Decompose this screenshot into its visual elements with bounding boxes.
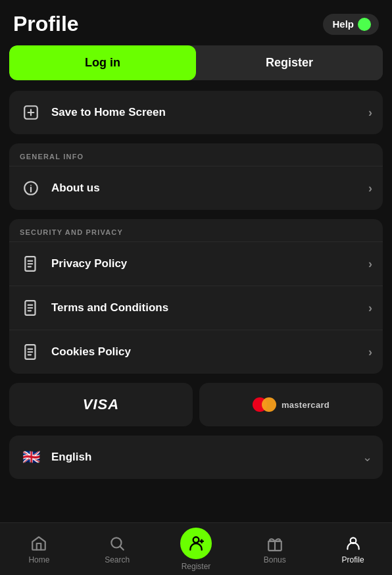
nav-label-profile: Profile [342,555,364,564]
nav-label-search: Search [105,555,130,564]
security-privacy-label: SECURITY AND PRIVACY [9,219,383,241]
page-title: Profile [13,12,79,36]
register-icon [180,528,212,559]
register-button[interactable]: Register [196,45,383,80]
nav-item-register[interactable]: Register [172,522,220,576]
nav-item-profile[interactable]: Profile [330,529,376,570]
auth-row: Log in Register [9,45,383,80]
language-label: English [51,451,91,464]
payment-row: VISA mastercard [9,383,383,426]
privacy-policy-label: Privacy Policy [51,257,127,270]
chevron-right-icon: › [368,182,372,195]
help-status-dot [358,18,371,31]
help-button[interactable]: Help [323,14,379,35]
uk-flag-icon: 🇬🇧 [20,446,42,468]
visa-label: VISA [83,396,119,413]
security-privacy-section: SECURITY AND PRIVACY Privacy Policy › [9,219,383,374]
cookies-policy-label: Cookies Policy [51,345,131,359]
document-icon [20,341,42,363]
about-us-item[interactable]: About us › [9,166,383,210]
terms-conditions-label: Terms and Conditions [51,301,168,314]
nav-item-search[interactable]: Search [94,529,140,570]
general-info-label: GENERAL INFO [9,143,383,166]
login-button[interactable]: Log in [9,45,196,80]
add-square-icon [20,101,42,124]
mastercard-logo [253,397,276,412]
nav-label-register: Register [182,562,211,571]
profile-icon [344,534,362,553]
home-icon [30,534,48,553]
bottom-nav: Home Search Register [0,522,392,575]
privacy-policy-item[interactable]: Privacy Policy › [9,241,383,286]
chevron-right-icon: › [368,301,372,315]
chevron-down-icon: ⌄ [362,450,372,464]
save-to-home-label: Save to Home Screen [51,106,166,119]
page-container: Profile Help Log in Register Save to Hom… [0,0,392,575]
svg-line-19 [120,546,124,549]
visa-card: VISA [9,383,193,426]
bonus-icon [266,534,284,553]
save-to-home-item[interactable]: Save to Home Screen › [9,91,383,134]
chevron-right-icon: › [368,257,372,271]
language-selector[interactable]: 🇬🇧 English ⌄ [9,436,383,479]
terms-conditions-item[interactable]: Terms and Conditions › [9,286,383,330]
help-label: Help [332,18,354,30]
header: Profile Help [0,0,392,45]
nav-label-home: Home [28,555,49,564]
search-icon [108,534,126,553]
svg-point-20 [193,537,199,543]
info-icon [20,177,42,199]
document-icon [20,297,42,319]
mastercard-card: mastercard [199,383,383,426]
save-to-home-section: Save to Home Screen › [9,91,383,134]
mastercard-label: mastercard [282,400,330,410]
nav-item-home[interactable]: Home [16,529,62,570]
chevron-right-icon: › [368,345,372,359]
about-us-label: About us [51,182,100,195]
general-info-section: GENERAL INFO About us › [9,143,383,210]
cookies-policy-item[interactable]: Cookies Policy › [9,330,383,374]
nav-item-bonus[interactable]: Bonus [252,529,298,570]
chevron-right-icon: › [368,106,372,120]
nav-label-bonus: Bonus [264,555,286,564]
svg-point-5 [30,185,32,186]
document-icon [20,253,42,275]
